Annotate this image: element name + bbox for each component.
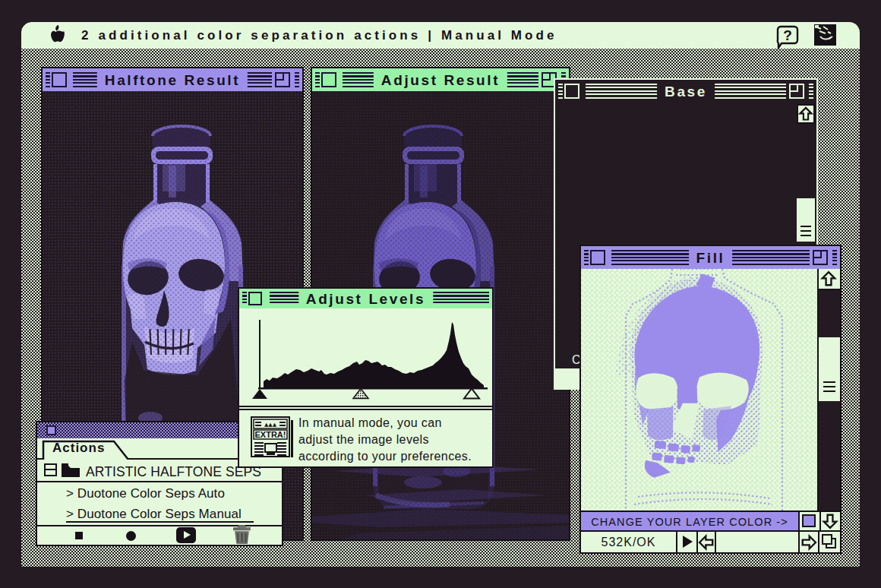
svg-text:▲▲▲: ▲▲▲ (264, 422, 277, 429)
svg-text:?: ? (783, 27, 792, 43)
svg-text:EXTRA!: EXTRA! (255, 430, 286, 439)
